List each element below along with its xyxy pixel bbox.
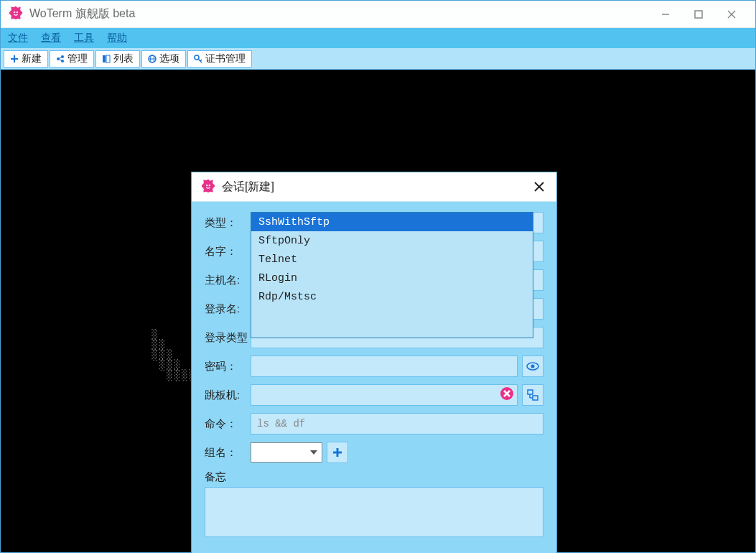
menubar: 文件 查看 工具 帮助 (1, 28, 755, 48)
svg-rect-13 (103, 55, 106, 62)
toolbar-new-label: 新建 (22, 52, 42, 65)
svg-point-21 (206, 184, 207, 185)
jumphost-browse-button[interactable] (522, 384, 543, 406)
svg-rect-30 (528, 390, 533, 394)
toolbar-manage-button[interactable]: 管理 (50, 50, 94, 68)
menu-help[interactable]: 帮助 (107, 32, 127, 45)
password-input[interactable] (251, 356, 518, 377)
svg-point-22 (209, 184, 210, 185)
svg-point-26 (531, 365, 535, 368)
terminal-workspace: ░ ░ ░░ ░░ ░░░ ░░ ░░░ ░░░ ░░░░░░ (1, 70, 755, 552)
dropdown-option-sftponly[interactable]: SftpOnly (251, 231, 533, 250)
label-command: 命令： (205, 417, 251, 431)
label-type: 类型： (205, 216, 251, 230)
toolbar-list-button[interactable]: 列表 (95, 50, 140, 68)
svg-point-1 (17, 11, 18, 13)
maximize-button[interactable] (682, 4, 715, 25)
clear-jumphost-button[interactable] (500, 386, 514, 404)
dialog-body: 类型： 名字： 主机名: 登录名: 登录类型 (192, 202, 556, 549)
network-icon (526, 389, 539, 401)
label-memo: 备忘 (205, 470, 543, 484)
toolbar-list-label: 列表 (113, 52, 134, 65)
menu-tools[interactable]: 工具 (74, 32, 94, 45)
globe-icon (148, 55, 157, 63)
plus-icon (332, 447, 342, 457)
svg-line-20 (200, 60, 202, 61)
toolbar-new-button[interactable]: 新建 (4, 50, 48, 68)
app-logo-icon (8, 5, 24, 23)
label-password: 密码： (205, 360, 251, 373)
chevron-down-icon (310, 450, 317, 455)
app-window: WoTerm 旗舰版 beta 文件 查看 工具 帮助 新建 管理 列表 选项 … (0, 0, 756, 553)
command-input[interactable]: ls && df (251, 413, 543, 434)
eye-icon (526, 360, 539, 373)
toolbar-options-label: 选项 (159, 52, 179, 65)
titlebar: WoTerm 旗舰版 beta (1, 1, 755, 28)
label-jumphost: 跳板机: (205, 389, 251, 402)
label-group: 组名： (205, 446, 251, 460)
toolbar: 新建 管理 列表 选项 证书管理 (1, 48, 755, 70)
dropdown-option-rlogin[interactable]: RLogin (251, 269, 533, 287)
toolbar-manage-label: 管理 (67, 52, 88, 65)
dialog-title: 会话[新建] (222, 180, 531, 195)
list-icon (102, 55, 111, 63)
dropdown-option-sshwithsftp[interactable]: SshWithSftp (251, 213, 533, 231)
menu-view[interactable]: 查看 (41, 32, 61, 45)
share-icon (56, 55, 65, 63)
svg-point-0 (14, 11, 15, 13)
label-login: 登录名: (205, 302, 251, 316)
minimize-button[interactable] (649, 4, 682, 25)
plus-icon (10, 55, 19, 63)
svg-rect-14 (106, 55, 110, 62)
type-dropdown-list: SshWithSftp SftpOnly Telnet RLogin Rdp/M… (251, 212, 533, 338)
menu-file[interactable]: 文件 (8, 32, 28, 45)
window-title: WoTerm 旗舰版 beta (29, 6, 649, 22)
dropdown-option-rdp[interactable]: Rdp/Mstsc (251, 287, 533, 306)
label-host: 主机名: (205, 274, 251, 287)
svg-rect-31 (533, 396, 538, 400)
clear-icon (500, 386, 514, 401)
toolbar-cert-label: 证书管理 (205, 52, 246, 65)
label-logintype: 登录类型 (205, 331, 251, 345)
toolbar-cert-button[interactable]: 证书管理 (187, 50, 252, 68)
jumphost-input[interactable] (251, 384, 518, 406)
dialog-titlebar: 会话[新建] (192, 172, 556, 202)
show-password-button[interactable] (522, 356, 543, 377)
add-group-button[interactable] (327, 442, 348, 463)
group-select[interactable] (251, 442, 322, 463)
dialog-footer: 更多 连接 保存 取消 (192, 549, 556, 553)
label-name: 名字： (205, 245, 251, 259)
memo-textarea[interactable] (205, 487, 543, 537)
toolbar-options-button[interactable]: 选项 (141, 50, 186, 68)
dialog-close-button[interactable] (531, 178, 548, 195)
session-dialog: 会话[新建] 类型： 名字： 主机名: 登录名: (191, 172, 557, 553)
key-icon (194, 55, 202, 63)
dialog-logo-icon (200, 178, 216, 196)
svg-rect-3 (695, 11, 702, 18)
dropdown-option-telnet[interactable]: Telnet (251, 250, 533, 269)
close-window-button[interactable] (715, 4, 748, 25)
